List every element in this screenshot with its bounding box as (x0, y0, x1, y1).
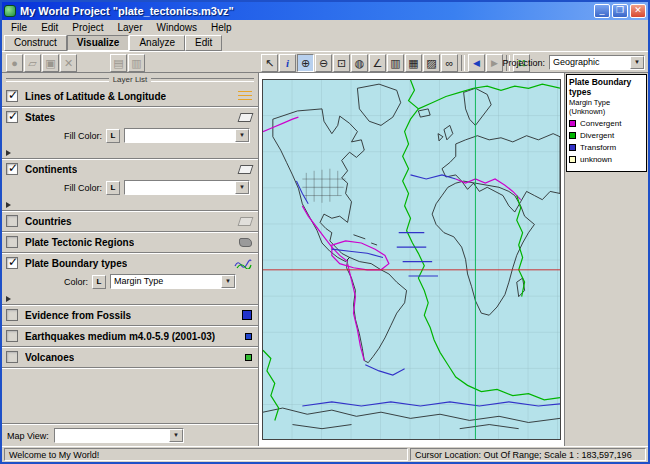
delete-tool-icon[interactable]: ✕ (60, 54, 77, 72)
continents-fill-color-dropdown[interactable] (124, 180, 250, 195)
legend-button[interactable]: L (106, 181, 120, 195)
dropdown-arrow-icon[interactable] (235, 129, 249, 142)
measure-tool-icon[interactable]: ∠ (369, 54, 386, 72)
minimize-button[interactable]: _ (594, 4, 610, 18)
record-tool-icon[interactable]: ● (6, 54, 23, 72)
earthquake-point-icon (245, 333, 252, 340)
continents-fill-color-row: Fill Color: L (2, 179, 258, 199)
plate-boundaries-color-dropdown[interactable]: Margin Type (110, 274, 236, 289)
tab-edit[interactable]: Edit (185, 35, 222, 51)
zoom-box-tool-icon[interactable]: ⊡ (333, 54, 350, 72)
divergent-swatch (569, 132, 576, 139)
layer-label: Evidence from Fossils (25, 310, 131, 321)
dropdown-arrow-icon[interactable] (169, 429, 183, 442)
layer-label: Volcanoes (25, 352, 74, 363)
table-tool-group: ▤ ▥ (110, 53, 145, 72)
legend-item: Convergent (569, 119, 644, 128)
layer-label: Countries (25, 216, 72, 227)
fill-color-label: Fill Color: (64, 183, 102, 193)
close-button[interactable]: ✕ (630, 4, 646, 18)
shape-tool-icon[interactable]: ▱ (24, 54, 41, 72)
layer-label: Plate Boundary types (25, 258, 127, 269)
map-canvas[interactable] (262, 79, 561, 440)
map-view-dropdown[interactable] (54, 428, 184, 443)
main-area: Layer List Lines of Latitude & Longitude… (2, 73, 648, 446)
world-map[interactable] (263, 80, 560, 439)
states-fill-color-dropdown[interactable] (124, 128, 250, 143)
graph-tool-icon[interactable]: ▥ (387, 54, 404, 72)
layer-row-states[interactable]: States (2, 107, 258, 127)
window-title: My World Project "plate_tectonics.m3vz" (20, 5, 592, 17)
legend-subtitle: Margin Type (Unknown) (569, 98, 644, 116)
dropdown-arrow-icon[interactable] (235, 181, 249, 194)
legend-column: Plate Boundary types Margin Type (Unknow… (564, 73, 648, 446)
stack-tool-icon[interactable]: ▣ (42, 54, 59, 72)
legend-item: unknown (569, 155, 644, 164)
plate-regions-visibility-checkbox[interactable] (6, 236, 18, 248)
layer-label: Continents (25, 164, 77, 175)
legend-box: Plate Boundary types Margin Type (Unknow… (566, 74, 647, 172)
menu-edit[interactable]: Edit (34, 21, 65, 34)
spray-tool-icon[interactable]: ▨ (423, 54, 440, 72)
plate-boundary-lines-icon (234, 257, 252, 269)
dropdown-arrow-icon[interactable] (630, 56, 644, 69)
legend-button[interactable]: L (106, 129, 120, 143)
tab-analyze[interactable]: Analyze (129, 35, 185, 51)
continents-expand-toggle[interactable] (2, 199, 258, 210)
zoom-out-tool-icon[interactable]: ⊖ (315, 54, 332, 72)
map-view-value (55, 429, 169, 442)
layer-row-fossils[interactable]: Evidence from Fossils (2, 305, 258, 325)
menu-bar: File Edit Project Layer Windows Help (2, 20, 648, 35)
link-tool-icon[interactable]: ∞ (441, 54, 458, 72)
forward-button[interactable]: ▶ (486, 54, 503, 72)
latlong-visibility-checkbox[interactable] (6, 90, 18, 102)
countries-visibility-checkbox[interactable] (6, 215, 18, 227)
plate-boundaries-expand-toggle[interactable] (2, 293, 258, 304)
table-view-tool-icon[interactable]: ▦ (405, 54, 422, 72)
table-tool-2-icon[interactable]: ▥ (128, 54, 145, 72)
table-tool-1-icon[interactable]: ▤ (110, 54, 127, 72)
tab-construct[interactable]: Construct (4, 35, 67, 51)
layer-row-volcanoes[interactable]: Volcanoes (2, 347, 258, 367)
layer-row-continents[interactable]: Continents (2, 159, 258, 179)
states-expand-toggle[interactable] (2, 147, 258, 158)
projection-dropdown[interactable]: Geographic (549, 55, 645, 70)
back-button[interactable]: ◀ (468, 54, 485, 72)
layer-row-plate-regions[interactable]: Plate Tectonic Regions (2, 232, 258, 252)
zoom-in-tool-icon[interactable]: ⊕ (297, 54, 314, 72)
info-tool-icon[interactable]: i (279, 54, 296, 72)
fossils-visibility-checkbox[interactable] (6, 309, 18, 321)
status-message: Welcome to My World! (4, 448, 408, 461)
zoom-world-tool-icon[interactable]: ◍ (351, 54, 368, 72)
states-visibility-checkbox[interactable] (6, 111, 18, 123)
layer-block-continents: Continents Fill Color: L (2, 159, 258, 211)
menu-windows[interactable]: Windows (150, 21, 205, 34)
earthquakes-visibility-checkbox[interactable] (6, 330, 18, 342)
layer-block-countries: Countries (2, 211, 258, 232)
tab-visualize[interactable]: Visualize (67, 35, 130, 51)
maximize-button[interactable]: ❐ (612, 4, 628, 18)
titlebar[interactable]: My World Project "plate_tectonics.m3vz" … (2, 2, 648, 20)
projection-group: Projection: Geographic (502, 53, 645, 72)
fill-color-value (125, 181, 235, 194)
volcanoes-visibility-checkbox[interactable] (6, 351, 18, 363)
menu-project[interactable]: Project (65, 21, 110, 34)
plate-boundaries-visibility-checkbox[interactable] (6, 257, 18, 269)
select-tool-icon[interactable]: ↖ (261, 54, 278, 72)
menu-file[interactable]: File (4, 21, 34, 34)
layer-row-countries[interactable]: Countries (2, 211, 258, 231)
legend-item: Divergent (569, 131, 644, 140)
layer-row-plate-boundaries[interactable]: Plate Boundary types (2, 253, 258, 273)
menu-help[interactable]: Help (204, 21, 239, 34)
layer-list-header: Layer List (2, 73, 258, 86)
layer-label: Earthquakes medium m4.0-5.9 (2001-03) (25, 331, 215, 342)
legend-button[interactable]: L (92, 275, 106, 289)
dropdown-arrow-icon[interactable] (221, 275, 235, 288)
continents-visibility-checkbox[interactable] (6, 163, 18, 175)
layer-block-latlong: Lines of Latitude & Longitude (2, 86, 258, 107)
layer-row-latlong[interactable]: Lines of Latitude & Longitude (2, 86, 258, 106)
layer-row-earthquakes[interactable]: Earthquakes medium m4.0-5.9 (2001-03) (2, 326, 258, 346)
tab-bar: Construct Visualize Analyze Edit (2, 35, 648, 51)
menu-layer[interactable]: Layer (110, 21, 149, 34)
layer-block-states: States Fill Color: L (2, 107, 258, 159)
